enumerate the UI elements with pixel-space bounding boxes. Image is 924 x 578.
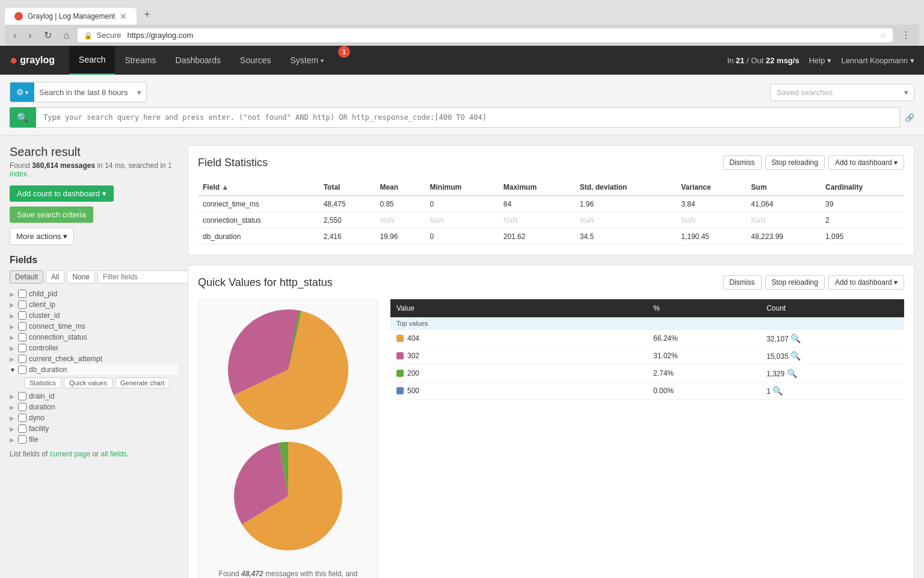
field-item-cluster-id[interactable]: ▶ cluster_id [10,310,178,321]
result-time: in 14 ms, searched in [97,161,165,170]
cell-sum: 48,223.99 [747,229,821,245]
fields-filter-input[interactable] [97,270,199,284]
search-submit-btn[interactable]: 🔍 [10,107,36,128]
current-page-link[interactable]: current page [50,450,90,458]
expand-icon: ▼ [10,367,16,373]
field-checkbox-db-duration[interactable] [18,365,26,374]
field-item-drain-id[interactable]: ▶ drain_id [10,391,178,402]
field-item-controller[interactable]: ▶ controller [10,343,178,353]
field-stats-stop-reload-btn[interactable]: Stop reloading [765,155,825,170]
statistics-btn[interactable]: Statistics [24,378,61,388]
tab-close-btn[interactable]: ✕ [120,11,127,21]
field-item-connection-status[interactable]: ▶ connection_status [10,332,178,343]
tab-favicon [14,12,23,20]
cell-total: 2,416 [319,229,375,245]
zoom-icon[interactable]: 🔍 [772,386,783,396]
browser-chrome: Graylog | Log Management ✕ + ‹ › ↻ ⌂ 🔒 S… [0,0,924,46]
all-fields-link[interactable]: all fields. [100,450,129,458]
bookmark-icon[interactable]: ☆ [879,31,887,40]
filter-none-btn[interactable]: None [67,270,95,284]
app-logo: ● graylog [10,52,55,68]
quick-values-dismiss-btn[interactable]: Dismiss [723,275,762,290]
field-checkbox-cluster-id[interactable] [18,311,26,320]
quick-values-stop-reload-btn[interactable]: Stop reloading [765,275,825,290]
field-checkbox-controller[interactable] [18,344,26,352]
filter-default-btn[interactable]: Default [10,270,43,284]
field-name: connection_status [29,333,87,341]
field-checkbox-connection-status[interactable] [18,333,26,341]
cell-field: connection_status [198,213,319,229]
field-item-child-pid[interactable]: ▶ child_pid [10,288,178,299]
qv-table-row: 404 66.24% 32,107 🔍 [390,330,904,347]
value-color-dot [396,370,404,377]
time-selector[interactable]: ⚙ ▾ Search in the last 8 hours ▾ [10,82,147,102]
field-list: ▶ child_pid ▶ client_ip ▶ cluster_id ▶ [10,288,178,445]
cell-maximum: 201.62 [499,229,575,245]
generate-chart-btn[interactable]: Generate chart [115,378,170,388]
url-bar[interactable]: 🔒 Secure https://graylog.com ☆ [78,28,893,42]
user-menu-btn[interactable]: Lennart Koopmann ▾ [841,56,914,65]
tab-title: Graylog | Log Management [28,12,115,20]
field-item-file[interactable]: ▶ file [10,434,178,445]
nav-right: In 21 / Out 22 msg/s Help ▾ Lennart Koop… [727,56,914,65]
zoom-icon[interactable]: 🔍 [787,368,797,378]
forward-btn[interactable]: › [25,29,35,42]
qv-col-percent: % [647,299,760,317]
quick-values-btn[interactable]: Quick values [64,378,112,388]
field-item-current-check-attempt[interactable]: ▶ current_check_attempt [10,353,178,364]
fields-section: Fields Default All None ▶ child_pid ▶ cl… [10,255,178,458]
field-checkbox-client-ip[interactable] [18,300,26,309]
add-count-dashboard-btn[interactable]: Add count to dashboard ▾ [10,185,114,202]
panel-header-field-stats: Field Statistics Dismiss Stop reloading … [198,155,904,170]
refresh-btn[interactable]: ↻ [40,28,55,42]
back-btn[interactable]: ‹ [10,29,20,42]
search-input[interactable] [36,107,900,128]
field-checkbox-connect-time-ms[interactable] [18,322,26,331]
field-checkbox-file[interactable] [18,435,26,444]
expand-icon: ▶ [10,415,16,421]
new-tab-btn[interactable]: + [137,5,158,25]
expand-icon: ▶ [10,393,16,400]
field-stats-add-dashboard-btn[interactable]: Add to dashboard ▾ [828,155,904,170]
qv-table-row: 302 31.02% 15,035 🔍 [390,347,904,365]
help-btn[interactable]: Help ▾ [809,56,832,65]
qv-table: Value % Count Top values [390,299,904,400]
field-item-db-duration[interactable]: ▼ db_duration [10,364,178,375]
field-checkbox-child-pid[interactable] [18,290,26,298]
pie-chart-footer: Found 48,472 messages with this field, a… [208,570,368,578]
more-actions-btn[interactable]: More actions ▾ [10,228,74,245]
nav-dashboards[interactable]: Dashboards [166,46,231,75]
nav-sources[interactable]: Sources [230,46,280,75]
gear-icon: ⚙ [16,87,24,97]
notification-badge[interactable]: 1 [338,46,350,58]
field-stats-dismiss-btn[interactable]: Dismiss [723,155,762,170]
field-item-connect-time-ms[interactable]: ▶ connect_time_ms [10,321,178,332]
zoom-icon[interactable]: 🔍 [790,334,801,343]
active-tab[interactable]: Graylog | Log Management ✕ [5,8,137,25]
save-search-criteria-btn[interactable]: Save search criteria [10,207,93,223]
field-checkbox-duration[interactable] [18,403,26,411]
field-item-client-ip[interactable]: ▶ client_ip [10,299,178,310]
field-checkbox-current-check-attempt[interactable] [18,355,26,363]
field-checkbox-drain-id[interactable] [18,392,26,400]
table-row: connection_status 2,550 NaN NaN NaN NaN … [198,213,904,229]
filter-all-btn[interactable]: All [46,270,64,284]
cell-minimum: 0 [425,196,499,213]
time-selector-config-btn[interactable]: ⚙ ▾ [10,82,34,102]
home-btn[interactable]: ⌂ [60,29,73,42]
quick-values-add-dashboard-btn[interactable]: Add to dashboard ▾ [828,275,904,290]
field-item-dyno[interactable]: ▶ dyno [10,412,178,423]
zoom-icon[interactable]: 🔍 [790,351,801,361]
field-checkbox-dyno[interactable] [18,414,26,422]
field-item-facility[interactable]: ▶ facility [10,423,178,434]
secure-label: Secure [96,31,121,40]
field-item-duration[interactable]: ▶ duration [10,402,178,412]
menu-btn[interactable]: ⋮ [898,28,914,42]
share-link-icon[interactable]: 🔗 [905,113,914,122]
nav-streams[interactable]: Streams [115,46,165,75]
nav-search[interactable]: Search [69,46,115,75]
field-checkbox-facility[interactable] [18,424,26,433]
nav-system[interactable]: System ▾ [280,46,333,75]
pie-chart-container: Found 48,472 messages with this field, a… [198,299,378,578]
saved-searches-dropdown[interactable]: Saved searches [770,84,914,101]
